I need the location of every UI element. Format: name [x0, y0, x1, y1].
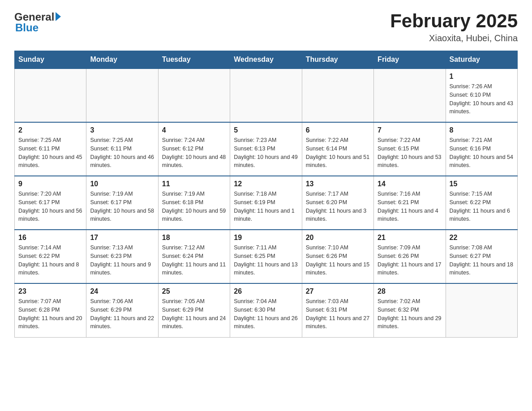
- day-info: Sunrise: 7:16 AMSunset: 6:21 PMDaylight:…: [378, 190, 442, 223]
- calendar-cell: 20Sunrise: 7:10 AMSunset: 6:26 PMDayligh…: [302, 230, 373, 283]
- day-number: 17: [90, 234, 154, 242]
- day-info: Sunrise: 7:10 AMSunset: 6:26 PMDaylight:…: [306, 244, 370, 277]
- day-info: Sunrise: 7:06 AMSunset: 6:29 PMDaylight:…: [90, 297, 154, 331]
- calendar-header-row: SundayMondayTuesdayWednesdayThursdayFrid…: [15, 51, 518, 69]
- weekday-header-friday: Friday: [374, 51, 446, 69]
- day-info: Sunrise: 7:19 AMSunset: 6:18 PMDaylight:…: [162, 190, 226, 223]
- day-info: Sunrise: 7:19 AMSunset: 6:17 PMDaylight:…: [90, 190, 154, 223]
- day-number: 7: [378, 126, 442, 134]
- calendar-cell: [15, 68, 86, 122]
- day-info: Sunrise: 7:11 AMSunset: 6:25 PMDaylight:…: [234, 244, 298, 277]
- day-info: Sunrise: 7:18 AMSunset: 6:19 PMDaylight:…: [234, 190, 298, 223]
- day-number: 18: [162, 234, 226, 242]
- calendar-table: SundayMondayTuesdayWednesdayThursdayFrid…: [14, 51, 518, 338]
- calendar-cell: 15Sunrise: 7:15 AMSunset: 6:22 PMDayligh…: [446, 176, 517, 230]
- calendar-cell: 22Sunrise: 7:08 AMSunset: 6:27 PMDayligh…: [446, 230, 517, 283]
- calendar-week-row: 1Sunrise: 7:26 AMSunset: 6:10 PMDaylight…: [15, 68, 518, 122]
- day-info: Sunrise: 7:25 AMSunset: 6:11 PMDaylight:…: [90, 136, 154, 170]
- day-number: 21: [378, 234, 442, 242]
- calendar-cell: 2Sunrise: 7:25 AMSunset: 6:11 PMDaylight…: [15, 122, 86, 176]
- logo: General Blue: [14, 11, 61, 34]
- calendar-cell: 28Sunrise: 7:02 AMSunset: 6:32 PMDayligh…: [374, 283, 446, 337]
- calendar-cell: [374, 68, 446, 122]
- calendar-cell: [446, 283, 517, 337]
- month-year-title: February 2025: [390, 11, 518, 31]
- day-info: Sunrise: 7:08 AMSunset: 6:27 PMDaylight:…: [450, 244, 514, 277]
- day-info: Sunrise: 7:24 AMSunset: 6:12 PMDaylight:…: [162, 136, 226, 170]
- calendar-cell: 24Sunrise: 7:06 AMSunset: 6:29 PMDayligh…: [86, 283, 158, 337]
- calendar-cell: 13Sunrise: 7:17 AMSunset: 6:20 PMDayligh…: [302, 176, 373, 230]
- day-info: Sunrise: 7:25 AMSunset: 6:11 PMDaylight:…: [18, 136, 82, 170]
- weekday-header-thursday: Thursday: [302, 51, 373, 69]
- calendar-cell: 27Sunrise: 7:03 AMSunset: 6:31 PMDayligh…: [302, 283, 373, 337]
- day-number: 11: [162, 180, 226, 188]
- day-number: 23: [18, 287, 82, 295]
- weekday-header-tuesday: Tuesday: [158, 51, 230, 69]
- day-info: Sunrise: 7:26 AMSunset: 6:10 PMDaylight:…: [450, 82, 514, 116]
- calendar-cell: 1Sunrise: 7:26 AMSunset: 6:10 PMDaylight…: [446, 68, 517, 122]
- day-info: Sunrise: 7:17 AMSunset: 6:20 PMDaylight:…: [306, 190, 370, 223]
- day-number: 10: [90, 180, 154, 188]
- day-number: 20: [306, 234, 370, 242]
- day-number: 4: [162, 126, 226, 134]
- day-info: Sunrise: 7:07 AMSunset: 6:28 PMDaylight:…: [18, 297, 82, 331]
- calendar-cell: 17Sunrise: 7:13 AMSunset: 6:23 PMDayligh…: [86, 230, 158, 283]
- calendar-cell: 11Sunrise: 7:19 AMSunset: 6:18 PMDayligh…: [158, 176, 230, 230]
- day-number: 16: [18, 234, 82, 242]
- day-info: Sunrise: 7:22 AMSunset: 6:14 PMDaylight:…: [306, 136, 370, 170]
- day-number: 28: [378, 287, 442, 295]
- day-number: 3: [90, 126, 154, 134]
- calendar-cell: 21Sunrise: 7:09 AMSunset: 6:26 PMDayligh…: [374, 230, 446, 283]
- calendar-cell: 18Sunrise: 7:12 AMSunset: 6:24 PMDayligh…: [158, 230, 230, 283]
- location-subtitle: Xiaoxita, Hubei, China: [390, 33, 518, 43]
- weekday-header-saturday: Saturday: [446, 51, 517, 69]
- day-info: Sunrise: 7:21 AMSunset: 6:16 PMDaylight:…: [450, 136, 514, 170]
- calendar-cell: 25Sunrise: 7:05 AMSunset: 6:29 PMDayligh…: [158, 283, 230, 337]
- day-number: 13: [306, 180, 370, 188]
- page-header: General Blue February 2025 Xiaoxita, Hub…: [14, 11, 518, 43]
- calendar-cell: [158, 68, 230, 122]
- calendar-cell: [230, 68, 302, 122]
- day-number: 24: [90, 287, 154, 295]
- day-number: 2: [18, 126, 82, 134]
- calendar-cell: 23Sunrise: 7:07 AMSunset: 6:28 PMDayligh…: [15, 283, 86, 337]
- calendar-cell: 19Sunrise: 7:11 AMSunset: 6:25 PMDayligh…: [230, 230, 302, 283]
- weekday-header-monday: Monday: [86, 51, 158, 69]
- calendar-cell: 6Sunrise: 7:22 AMSunset: 6:14 PMDaylight…: [302, 122, 373, 176]
- day-info: Sunrise: 7:09 AMSunset: 6:26 PMDaylight:…: [378, 244, 442, 277]
- day-number: 25: [162, 287, 226, 295]
- day-number: 12: [234, 180, 298, 188]
- calendar-cell: 8Sunrise: 7:21 AMSunset: 6:16 PMDaylight…: [446, 122, 517, 176]
- day-number: 22: [450, 234, 514, 242]
- calendar-cell: 4Sunrise: 7:24 AMSunset: 6:12 PMDaylight…: [158, 122, 230, 176]
- day-info: Sunrise: 7:02 AMSunset: 6:32 PMDaylight:…: [378, 297, 442, 331]
- calendar-cell: 16Sunrise: 7:14 AMSunset: 6:22 PMDayligh…: [15, 230, 86, 283]
- day-number: 9: [18, 180, 82, 188]
- calendar-cell: 26Sunrise: 7:04 AMSunset: 6:30 PMDayligh…: [230, 283, 302, 337]
- day-info: Sunrise: 7:05 AMSunset: 6:29 PMDaylight:…: [162, 297, 226, 331]
- day-number: 6: [306, 126, 370, 134]
- title-block: February 2025 Xiaoxita, Hubei, China: [390, 11, 518, 43]
- day-number: 26: [234, 287, 298, 295]
- day-number: 15: [450, 180, 514, 188]
- weekday-header-sunday: Sunday: [15, 51, 86, 69]
- day-number: 27: [306, 287, 370, 295]
- calendar-cell: 9Sunrise: 7:20 AMSunset: 6:17 PMDaylight…: [15, 176, 86, 230]
- calendar-cell: 7Sunrise: 7:22 AMSunset: 6:15 PMDaylight…: [374, 122, 446, 176]
- calendar-cell: 14Sunrise: 7:16 AMSunset: 6:21 PMDayligh…: [374, 176, 446, 230]
- calendar-cell: [302, 68, 373, 122]
- calendar-cell: 10Sunrise: 7:19 AMSunset: 6:17 PMDayligh…: [86, 176, 158, 230]
- day-info: Sunrise: 7:23 AMSunset: 6:13 PMDaylight:…: [234, 136, 298, 170]
- day-number: 5: [234, 126, 298, 134]
- day-number: 19: [234, 234, 298, 242]
- weekday-header-wednesday: Wednesday: [230, 51, 302, 69]
- calendar-week-row: 2Sunrise: 7:25 AMSunset: 6:11 PMDaylight…: [15, 122, 518, 176]
- day-info: Sunrise: 7:04 AMSunset: 6:30 PMDaylight:…: [234, 297, 298, 331]
- calendar-cell: [86, 68, 158, 122]
- day-info: Sunrise: 7:12 AMSunset: 6:24 PMDaylight:…: [162, 244, 226, 277]
- day-info: Sunrise: 7:13 AMSunset: 6:23 PMDaylight:…: [90, 244, 154, 277]
- calendar-cell: 12Sunrise: 7:18 AMSunset: 6:19 PMDayligh…: [230, 176, 302, 230]
- day-info: Sunrise: 7:20 AMSunset: 6:17 PMDaylight:…: [18, 190, 82, 223]
- day-info: Sunrise: 7:22 AMSunset: 6:15 PMDaylight:…: [378, 136, 442, 170]
- logo-blue-text: Blue: [15, 21, 39, 34]
